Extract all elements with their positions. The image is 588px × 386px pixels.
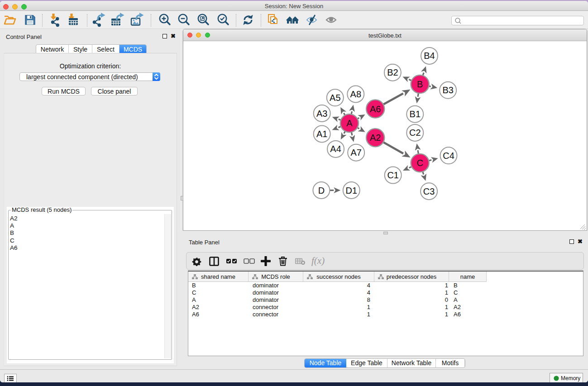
svg-text:A4: A4 xyxy=(330,144,341,154)
svg-text:A: A xyxy=(346,118,353,128)
svg-text:f(x): f(x) xyxy=(311,256,325,266)
svg-text:B3: B3 xyxy=(442,85,453,95)
svg-text:D1: D1 xyxy=(346,186,358,195)
svg-text:A7: A7 xyxy=(350,148,361,157)
svg-text:A3: A3 xyxy=(316,109,327,119)
svg-text:D: D xyxy=(318,186,325,195)
svg-text:C: C xyxy=(416,158,423,168)
svg-text:C1: C1 xyxy=(387,170,399,180)
svg-text:A1: A1 xyxy=(316,129,327,139)
svg-text:C2: C2 xyxy=(409,128,421,138)
svg-text:B1: B1 xyxy=(410,109,421,119)
svg-text:A6: A6 xyxy=(370,104,381,114)
svg-text:B2: B2 xyxy=(387,67,398,77)
svg-text:A8: A8 xyxy=(350,89,361,99)
svg-text:A2: A2 xyxy=(370,133,381,143)
svg-text:C3: C3 xyxy=(423,186,435,196)
svg-text:C4: C4 xyxy=(443,151,454,161)
svg-text:A5: A5 xyxy=(330,93,340,103)
svg-text:B: B xyxy=(417,79,423,89)
svg-text:B4: B4 xyxy=(424,51,435,61)
